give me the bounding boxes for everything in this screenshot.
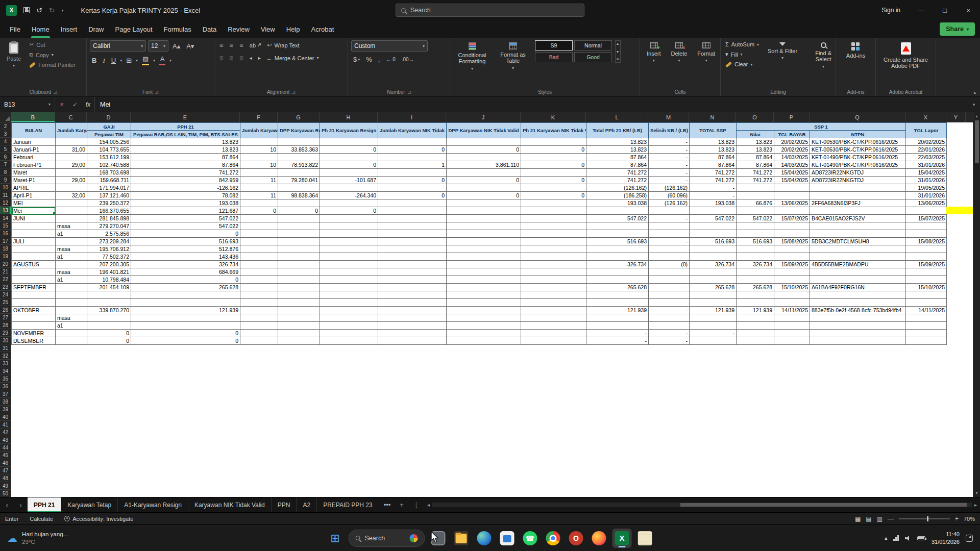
cell-P6[interactable]: 14/03/2025	[774, 154, 810, 161]
cell-X11[interactable]: 31/01/2026	[906, 192, 947, 199]
cell-K19[interactable]	[521, 253, 586, 261]
taskbar-icon-whatsapp[interactable]: ☎	[521, 529, 540, 548]
cell-E21[interactable]: 684.669	[131, 268, 240, 276]
cell-L13[interactable]	[586, 207, 649, 215]
cell-P25[interactable]	[774, 299, 810, 307]
cell-M29[interactable]: -	[649, 330, 690, 337]
row-header-20[interactable]: 20	[0, 260, 11, 268]
horizontal-scrollbar[interactable]	[432, 503, 972, 507]
cell-K11[interactable]: 0	[521, 192, 586, 199]
cell-Q5[interactable]: KET-00530/PBK-CT/KPP.0616/2025	[810, 146, 906, 154]
cell-B23[interactable]: SEPTEMBER	[12, 284, 56, 291]
cell-F10[interactable]	[240, 184, 278, 192]
cell-C8[interactable]	[56, 169, 87, 177]
cell-X10[interactable]: 19/05/2025	[906, 184, 947, 192]
row-header-42[interactable]: 42	[0, 429, 11, 436]
row-header-4[interactable]: 4	[0, 138, 11, 145]
cell-D5[interactable]: 104.773.655	[87, 146, 131, 154]
confirm-entry-icon[interactable]: ✓	[68, 97, 82, 112]
cell-N4[interactable]: 13.823	[690, 138, 737, 146]
clear-button[interactable]: Clear▾	[724, 60, 761, 68]
cell-M18[interactable]	[649, 245, 690, 253]
align-center-button[interactable]: ≡	[228, 53, 236, 63]
cell-F14[interactable]	[240, 215, 278, 222]
cell-D10[interactable]: 171.994.017	[87, 184, 131, 192]
cell-C25[interactable]	[56, 299, 87, 307]
cell-K26[interactable]	[521, 307, 586, 314]
delete-cells-button[interactable]: × Delete ▾	[668, 40, 691, 65]
row-header-40[interactable]: 40	[0, 413, 11, 421]
cell-style-normal[interactable]: Normal	[574, 40, 612, 51]
cell-D17[interactable]: 273.209.284	[87, 238, 131, 245]
cell-E25[interactable]	[131, 299, 240, 307]
cell-L5[interactable]: 13.823	[586, 146, 649, 154]
cell-J11[interactable]: 0	[447, 192, 521, 199]
cell-Q16[interactable]	[810, 230, 906, 238]
cell-O8[interactable]: 741.272	[737, 169, 774, 177]
cell-F11[interactable]: 11	[240, 192, 278, 199]
battery-icon[interactable]	[917, 536, 925, 540]
cell-D24[interactable]	[87, 291, 131, 299]
cell-C29[interactable]	[56, 330, 87, 337]
sheet-tab-a2[interactable]: A2	[297, 497, 317, 512]
cell-M24[interactable]	[649, 291, 690, 299]
taskbar-search[interactable]: Search	[349, 530, 425, 547]
comma-style-button[interactable]: ,	[376, 55, 382, 64]
cell-L17[interactable]: 516.693	[586, 238, 649, 245]
cell-E16[interactable]: 0	[131, 230, 240, 238]
cell-B26[interactable]: OKTOBER	[12, 307, 56, 314]
cell-B11[interactable]: April-P1	[12, 192, 56, 199]
cell-C5[interactable]: 31,00	[56, 146, 87, 154]
cell-M20[interactable]: (0)	[649, 261, 690, 268]
zoom-out-icon[interactable]: —	[888, 515, 894, 522]
cell-C10[interactable]	[56, 184, 87, 192]
row-header-15[interactable]: 15	[0, 222, 11, 230]
cell-K25[interactable]	[521, 299, 586, 307]
cell-H18[interactable]	[320, 245, 378, 253]
italic-button[interactable]: I	[101, 56, 107, 66]
cell-K18[interactable]	[521, 245, 586, 253]
cell-H27[interactable]	[320, 314, 378, 322]
cell-C9[interactable]: 29,00	[56, 177, 87, 184]
table-header-ntpn[interactable]: NTPN	[810, 131, 906, 138]
cell-J10[interactable]	[447, 184, 521, 192]
cell-N23[interactable]: 265.628	[690, 284, 737, 291]
table-header-dpp-karyawan-nik-tidak-valid[interactable]: DPP Karyawan NIK Tidak Valid	[447, 123, 521, 138]
cell-Q29[interactable]	[810, 330, 906, 337]
cell-L19[interactable]	[586, 253, 649, 261]
cell-I9[interactable]: 0	[378, 177, 447, 184]
cell-O17[interactable]: 516.693	[737, 238, 774, 245]
selected-cell-B13[interactable]: Mei	[12, 207, 56, 215]
cell-B22[interactable]	[12, 276, 56, 284]
column-header-O[interactable]: O	[736, 112, 774, 122]
cell-H24[interactable]	[320, 291, 378, 299]
cell-O19[interactable]	[737, 253, 774, 261]
cell-F6[interactable]	[240, 154, 278, 161]
cell-N16[interactable]	[690, 230, 737, 238]
copy-button[interactable]: ⧉Copy▾	[28, 51, 77, 59]
cell-L8[interactable]: 741.272	[586, 169, 649, 177]
cell-P12[interactable]: 13/06/2025	[774, 199, 810, 207]
zoom-slider-thumb[interactable]	[927, 516, 928, 521]
cell-P4[interactable]: 20/02/2025	[774, 138, 810, 146]
cell-L21[interactable]	[586, 268, 649, 276]
cell-X20[interactable]: 15/09/2025	[906, 261, 947, 268]
vertical-scrollbar[interactable]: ▴ ▾	[973, 112, 980, 497]
cell-I14[interactable]	[378, 215, 447, 222]
paste-button[interactable]: Paste ▾	[3, 40, 24, 70]
cell-J23[interactable]	[447, 284, 521, 291]
cell-B30[interactable]: DESEMBER	[12, 337, 56, 345]
cell-I16[interactable]	[378, 230, 447, 238]
cell-B18[interactable]	[12, 245, 56, 253]
cell-K20[interactable]	[521, 261, 586, 268]
insert-function-icon[interactable]: fx	[82, 97, 95, 112]
notifications-icon[interactable]	[966, 535, 973, 542]
cell-J12[interactable]	[447, 199, 521, 207]
cell-P15[interactable]	[774, 222, 810, 230]
column-header-Y[interactable]: Y	[946, 112, 966, 122]
name-box[interactable]: B13 ▾	[0, 97, 55, 112]
cell-F25[interactable]	[240, 299, 278, 307]
cell-G5[interactable]: 33.853.363	[278, 146, 320, 154]
minimize-button[interactable]: —	[910, 0, 933, 20]
cell-L18[interactable]	[586, 245, 649, 253]
